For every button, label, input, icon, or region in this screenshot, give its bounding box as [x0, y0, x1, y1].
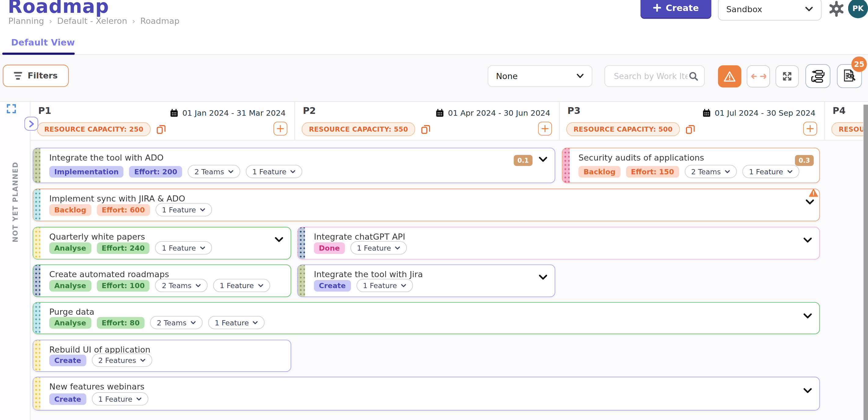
board-left-gutter: NOT YET PLANNED [0, 102, 31, 420]
work-item-card[interactable]: Purge data Analyse Effort: 80 2 Teams 1 … [33, 302, 820, 334]
chevron-down-icon [200, 208, 206, 212]
features-dropdown[interactable]: 1 Feature [213, 279, 270, 292]
breadcrumb-item-roadmap[interactable]: Roadmap [140, 16, 180, 26]
teams-dropdown[interactable]: 2 Teams [188, 165, 240, 178]
features-dropdown[interactable]: 1 Feature [350, 241, 407, 255]
work-item-card[interactable]: Integrate the tool with ADO Implementati… [33, 148, 555, 183]
conflicts-alert-button[interactable] [718, 65, 741, 88]
teams-dropdown[interactable]: 2 Teams [155, 279, 207, 292]
features-dropdown[interactable]: 1 Feature [246, 165, 302, 178]
drag-handle[interactable] [33, 340, 41, 371]
card-title: Create automated roadmaps [49, 269, 169, 280]
scrollbar-thumb[interactable] [864, 105, 868, 420]
add-work-item-button[interactable] [538, 122, 552, 135]
breadcrumb-item-planning[interactable]: Planning [8, 16, 44, 26]
drag-handle[interactable] [33, 265, 41, 296]
environment-select[interactable]: Sandbox [718, 0, 822, 21]
group-by-value: None [496, 71, 576, 81]
copy-column-icon[interactable] [685, 124, 695, 135]
status-badge: Analyse [49, 242, 91, 254]
capacity-badge: RESOURCE CAPACITY: 500 [566, 122, 680, 136]
drag-handle[interactable] [33, 189, 41, 221]
search-input[interactable] [613, 71, 688, 81]
card-title: Quarterly white papers [49, 232, 145, 242]
card-title: Integrate the tool with Jira [314, 269, 423, 280]
effort-badge: Effort: 200 [129, 166, 182, 177]
chevron-down-icon [787, 170, 793, 174]
features-dropdown[interactable]: 2 Features [92, 353, 152, 367]
vertical-scrollbar[interactable] [863, 105, 868, 420]
capacity-badge: RESOUR [831, 122, 868, 136]
chevron-down-icon [195, 284, 201, 288]
features-dropdown[interactable]: 1 Feature [208, 316, 265, 329]
work-item-card[interactable]: Create automated roadmaps Analyse Effort… [33, 264, 291, 297]
copy-column-icon[interactable] [156, 124, 166, 135]
chevron-down-icon [275, 236, 283, 243]
chevron-down-icon [190, 321, 196, 324]
teams-dropdown[interactable]: 2 Teams [150, 316, 203, 329]
work-item-card[interactable]: Integrate chatGPT API Done 1 Feature [297, 227, 820, 259]
drag-handle[interactable] [33, 302, 41, 334]
column-name: P3 [567, 106, 581, 116]
add-work-item-button[interactable] [803, 122, 817, 135]
group-by-select[interactable]: None [488, 65, 592, 87]
fullscreen-button[interactable] [775, 65, 799, 88]
card-title: Integrate chatGPT API [314, 232, 405, 242]
features-dropdown[interactable]: 1 Feature [742, 165, 799, 178]
dependency-map-button[interactable] [805, 64, 831, 88]
effort-badge: Effort: 80 [96, 317, 145, 328]
card-title: Purge data [49, 307, 94, 317]
add-work-item-button[interactable] [273, 122, 287, 135]
avatar[interactable]: PK [848, 0, 868, 18]
expand-card-chevron[interactable] [274, 236, 284, 243]
work-item-card[interactable]: Implement sync with JIRA & ADO Backlog E… [33, 189, 820, 221]
effort-badge: Effort: 600 [97, 204, 150, 216]
column-name: P1 [38, 106, 51, 116]
work-item-card[interactable]: New features webinars Create 1 Feature [33, 377, 820, 411]
expand-card-chevron[interactable] [803, 313, 813, 319]
create-button[interactable]: Create [641, 0, 711, 19]
expand-card-chevron[interactable] [538, 156, 548, 163]
timeline-span-button[interactable] [747, 65, 770, 88]
teams-dropdown[interactable]: 2 Teams [684, 165, 737, 178]
features-dropdown[interactable]: 1 Feature [92, 392, 149, 406]
chevron-down-icon [290, 170, 296, 174]
breadcrumb-item-project[interactable]: Default - Xeleron [57, 16, 127, 26]
chevron-down-icon [200, 246, 205, 250]
features-dropdown[interactable]: 1 Feature [356, 279, 413, 292]
plus-icon [807, 125, 814, 132]
expand-card-chevron[interactable] [805, 199, 815, 205]
filters-button[interactable]: Filters [3, 65, 69, 87]
work-item-card[interactable]: Security audits of applications Backlog … [562, 148, 820, 183]
status-badge: Backlog [49, 204, 91, 216]
features-dropdown[interactable]: 1 Feature [155, 203, 212, 217]
drag-handle[interactable] [563, 148, 570, 183]
column-header-p4: P4 RESOUR [825, 102, 868, 140]
column-header-p2: P2 01 Apr 2024 - 30 Jun 2024 RESOURCE CA… [295, 102, 560, 140]
chevron-down-icon [401, 284, 406, 288]
expand-card-chevron[interactable] [803, 237, 813, 244]
expand-card-chevron[interactable] [803, 387, 813, 394]
status-badge: Analyse [49, 280, 91, 291]
tab-default-view[interactable]: Default View [11, 37, 75, 47]
drag-handle[interactable] [298, 265, 305, 296]
expand-card-chevron[interactable] [538, 274, 548, 281]
work-item-card[interactable]: Integrate the tool with Jira Create 1 Fe… [297, 264, 555, 297]
tab-separator-line [0, 54, 868, 55]
chevron-down-icon [539, 156, 548, 162]
features-dropdown[interactable]: 1 Feature [155, 241, 212, 255]
page-title: Roadmap [8, 0, 109, 17]
board-expand-icon[interactable] [7, 104, 16, 116]
tab-active-underline [2, 53, 74, 55]
drag-handle[interactable] [298, 227, 305, 259]
expand-row-button[interactable] [25, 117, 38, 130]
work-item-card[interactable]: Quarterly white papers Analyse Effort: 2… [33, 227, 291, 259]
not-yet-planned-label: NOT YET PLANNED [11, 161, 19, 243]
drag-handle[interactable] [33, 227, 41, 259]
work-item-card[interactable]: Rebuild UI of application Create 2 Featu… [33, 340, 291, 372]
drag-handle[interactable] [33, 377, 41, 410]
drag-handle[interactable] [33, 148, 41, 183]
card-title: New features webinars [49, 382, 145, 392]
settings-gear-icon[interactable] [828, 0, 845, 18]
copy-column-icon[interactable] [421, 124, 431, 135]
